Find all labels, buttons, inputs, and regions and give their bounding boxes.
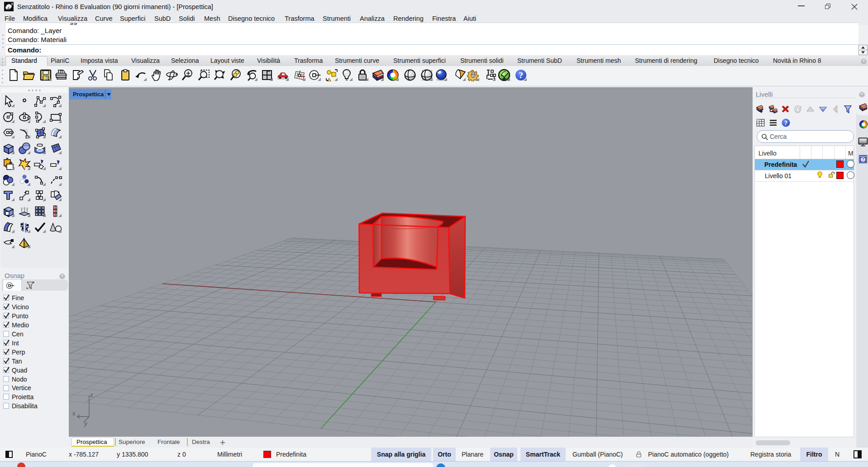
svg-text:8: 8	[11, 2, 13, 5]
svg-text:?: ?	[784, 119, 787, 127]
svg-text:?: ?	[862, 157, 864, 162]
svg-text:y: y	[84, 420, 88, 427]
svg-text:?: ?	[519, 71, 523, 80]
svg-text:z: z	[90, 392, 93, 398]
svg-text:x: x	[72, 410, 76, 417]
